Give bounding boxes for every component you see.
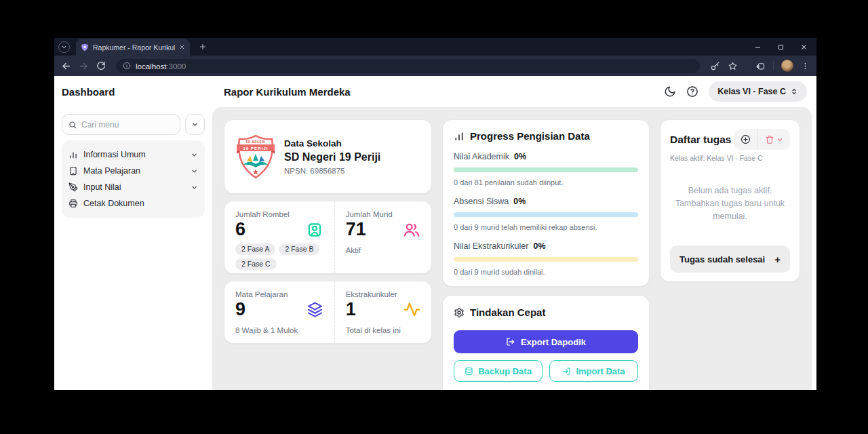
progress-desc: 0 dari 9 murid sudah dinilai. — [454, 268, 638, 276]
badge-fase-c: 2 Fase C — [235, 258, 277, 270]
extensions-icon[interactable] — [755, 61, 766, 71]
sidebar-item-label: Cetak Dokumen — [83, 199, 144, 208]
search-icon — [68, 121, 77, 129]
trash-icon — [765, 135, 774, 144]
reload-button[interactable] — [96, 61, 106, 71]
chevron-up-down-icon — [790, 87, 798, 96]
chevron-down-icon — [191, 151, 198, 159]
school-npsn: NPSN: 69856875 — [284, 167, 380, 175]
import-data-button[interactable]: Import Data — [549, 360, 638, 382]
class-selector-value: Kelas VI - Fase C — [717, 87, 786, 96]
toolbar-divider — [773, 61, 774, 71]
tablet-book-icon — [68, 166, 78, 176]
delete-task-button[interactable] — [758, 129, 790, 150]
tab-close-icon[interactable] — [179, 44, 185, 50]
progress-bar — [454, 257, 638, 262]
class-selector[interactable]: Kelas VI - Fase C — [709, 81, 807, 102]
export-dapodik-button[interactable]: Export Dapodik — [454, 330, 638, 353]
chevron-down-icon — [776, 136, 783, 143]
export-icon — [506, 337, 515, 347]
stat-sub: 8 Wajib & 1 Mulok — [235, 326, 323, 334]
tasks-empty-state: Belum ada tugas aktif. Tambahkan tugas b… — [670, 162, 790, 245]
help-button[interactable] — [686, 85, 698, 98]
import-label: Import Data — [576, 366, 625, 376]
progress-label: Absensi Siswa — [454, 197, 509, 206]
progress-bar — [454, 167, 638, 172]
sidebar-item-cetak-dokumen[interactable]: Cetak Dokumen — [68, 195, 198, 212]
minimize-icon — [754, 43, 762, 51]
badge-fase-a: 2 Fase A — [235, 243, 275, 255]
sidebar-item-label: Informasi Umum — [83, 150, 146, 159]
search-input[interactable] — [81, 120, 174, 130]
chevron-down-icon — [191, 184, 198, 191]
progress-desc: 0 dari 81 penilaian sudah diinput. — [454, 178, 638, 186]
users-icon — [403, 221, 420, 239]
printer-icon — [68, 199, 78, 208]
bookmark-star-icon[interactable] — [728, 61, 738, 71]
progress-card: Progress Pengisian Data Nilai Akademik 0… — [442, 119, 650, 287]
chevron-down-icon — [191, 167, 198, 175]
school-info: Data Sekolah SD Negeri 19 Periji NPSN: 6… — [284, 138, 380, 175]
toolbar-right — [710, 60, 810, 72]
header-actions: Kelas VI - Fase C — [664, 81, 816, 102]
import-icon — [562, 367, 571, 376]
back-icon — [61, 61, 71, 71]
badge-fase-b: 2 Fase B — [279, 243, 319, 255]
backup-data-button[interactable]: Backup Data — [454, 360, 542, 382]
sidebar-item-informasi-umum[interactable]: Informasi Umum — [68, 146, 198, 163]
sidebar-search-row — [62, 114, 205, 135]
stat-label: Mata Pelajaran — [235, 290, 323, 298]
stat-label: Ekstrakurikuler — [346, 290, 420, 298]
stat-label: Jumlah Murid — [346, 210, 420, 218]
progress-percent: 0% — [514, 152, 526, 161]
tasks-done-toggle[interactable]: Tugas sudah selesai + — [670, 245, 790, 273]
main-content: SD NEGERI 19 PERIJI Data Sekolah SD Ne — [212, 107, 812, 390]
minimize-button[interactable] — [746, 38, 769, 56]
sidebar-item-input-nilai[interactable]: Input Nilai — [68, 179, 198, 195]
stat-rombel: Jumlah Rombel 6 2 Fase A 2 Fase B 2 Fase… — [224, 201, 334, 273]
tasks-subtitle: Kelas aktif: Kelas VI - Fase C — [670, 154, 790, 162]
stat-murid: Jumlah Murid 71 Aktif — [334, 201, 431, 273]
chevron-down-icon — [191, 121, 199, 128]
back-button[interactable] — [61, 61, 71, 71]
forward-button[interactable] — [79, 61, 89, 71]
progress-item-absensi: Absensi Siswa 0% 0 dari 9 murid telah me… — [454, 197, 638, 231]
school-logo: SD NEGERI 19 PERIJI — [237, 135, 275, 178]
stat-value: 71 — [346, 220, 366, 240]
chevron-down-icon — [61, 44, 67, 50]
close-icon — [800, 43, 808, 51]
logo-banner-text: 19 PERIJI — [243, 146, 268, 151]
stat-card-rombel-murid: Jumlah Rombel 6 2 Fase A 2 Fase B 2 Fase… — [224, 201, 432, 274]
progress-bar — [454, 212, 638, 217]
close-button[interactable] — [792, 38, 815, 56]
activity-icon — [403, 301, 420, 318]
address-bar[interactable]: localhost:3000 — [116, 59, 700, 73]
circle-plus-icon — [741, 134, 751, 144]
dark-mode-toggle[interactable] — [664, 85, 676, 98]
tasks-card: Daftar tugas Kelas aktif: K — [660, 119, 800, 282]
logo-top-text: SD NEGERI — [246, 140, 266, 144]
maximize-icon — [777, 43, 785, 51]
url-text: localhost:3000 — [136, 60, 186, 72]
sidebar-collapse-button[interactable] — [185, 114, 205, 135]
moon-icon — [664, 85, 676, 98]
site-info-icon[interactable] — [123, 62, 131, 70]
sidebar-item-mata-pelajaran[interactable]: Mata Pelajaran — [68, 163, 198, 179]
browser-tab-active[interactable]: Rapkumer - Rapor Kurikulum M — [76, 39, 190, 56]
browser-menu-icon[interactable] — [801, 62, 810, 71]
stat-mapel: Mata Pelajaran 9 8 Wajib & 1 Mulok — [224, 281, 334, 343]
pen-tool-icon — [68, 182, 78, 192]
maximize-button[interactable] — [769, 38, 792, 56]
sidebar: Informasi Umum Mata Pelajaran Input Nila… — [54, 107, 212, 390]
stat-value: 9 — [235, 300, 245, 320]
backup-label: Backup Data — [478, 366, 532, 376]
add-task-button[interactable] — [734, 129, 757, 150]
window-controls — [746, 38, 816, 56]
password-key-icon[interactable] — [710, 61, 720, 71]
progress-title: Progress Pengisian Data — [470, 130, 590, 142]
profile-avatar[interactable] — [781, 60, 793, 72]
column-tasks: Daftar tugas Kelas aktif: K — [660, 119, 800, 378]
tab-search-button[interactable] — [58, 41, 70, 53]
progress-item-ekstrakurikuler: Nilai Ekstrakurikuler 0% 0 dari 9 murid … — [454, 241, 638, 276]
new-tab-button[interactable] — [199, 43, 207, 51]
